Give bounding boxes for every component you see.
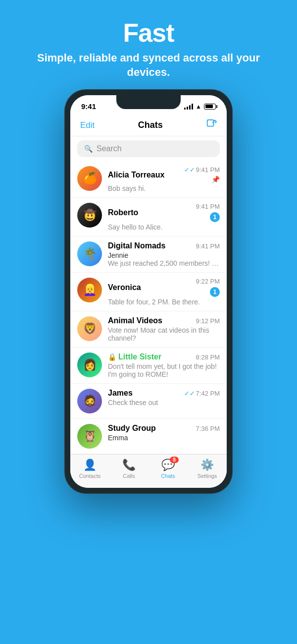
tab-calls[interactable]: 📞 Calls bbox=[109, 459, 148, 479]
battery-icon bbox=[204, 104, 216, 110]
chat-content: 🔒 Little Sister 8:28 PM Don't tell mom y… bbox=[108, 352, 220, 378]
double-check-icon: ✓✓ bbox=[184, 166, 195, 174]
settings-icon: ⚙️ bbox=[200, 459, 214, 471]
search-placeholder: Search bbox=[97, 144, 122, 153]
pin-icon: 📌 bbox=[211, 176, 220, 183]
list-item[interactable]: 🦉 Study Group 7:36 PM Emma bbox=[70, 419, 227, 454]
avatar: 🧔 bbox=[77, 389, 102, 413]
list-item[interactable]: 👩 🔒 Little Sister 8:28 PM Don't tell mom… bbox=[70, 348, 227, 384]
chat-name: Animal Videos bbox=[108, 316, 162, 325]
wifi-icon: ▲ bbox=[196, 103, 201, 110]
chat-preview: Table for four, 2 PM. Be there. bbox=[108, 298, 220, 306]
tab-contacts[interactable]: 👤 Contacts bbox=[70, 459, 109, 479]
unread-badge: 1 bbox=[210, 212, 220, 222]
chat-time: 9:12 PM bbox=[196, 317, 220, 325]
search-container: 🔍 Search bbox=[70, 136, 227, 161]
phone-screen: 9:41 ▲ Edit Chats bbox=[70, 95, 227, 488]
tab-settings[interactable]: ⚙️ Settings bbox=[188, 459, 227, 479]
calls-icon: 📞 bbox=[122, 459, 136, 471]
contacts-icon: 👤 bbox=[83, 459, 97, 471]
avatar: 👱‍♀️ bbox=[77, 278, 102, 302]
list-item[interactable]: 🧔 James ✓✓ 7:42 PM Check these out bbox=[70, 384, 227, 419]
chat-content: Veronica 9:22 PM 1 Table for four, 2 PM.… bbox=[108, 278, 220, 306]
hero-title: Fast bbox=[0, 19, 297, 47]
chat-content: Digital Nomads 9:41 PM Jennie We just re… bbox=[108, 241, 220, 267]
status-icons: ▲ bbox=[184, 103, 216, 110]
tab-calls-label: Calls bbox=[123, 473, 135, 479]
tab-contacts-label: Contacts bbox=[79, 473, 100, 479]
search-bar[interactable]: 🔍 Search bbox=[77, 140, 220, 157]
hero-section: Fast Simple, reliable and synced across … bbox=[0, 0, 297, 89]
list-item[interactable]: 🍊 Alicia Torreaux ✓✓ 9:41 PM 📌 bbox=[70, 161, 227, 198]
chat-name: Little Sister bbox=[118, 352, 161, 361]
chat-meta: 9:22 PM 1 bbox=[196, 278, 220, 297]
chat-name: Roberto bbox=[108, 208, 138, 217]
chat-name: Alicia Torreaux bbox=[108, 171, 164, 179]
list-item[interactable]: 🌴 Digital Nomads 9:41 PM Jennie We just … bbox=[70, 236, 227, 273]
tab-chats-label: Chats bbox=[161, 473, 175, 479]
tab-chats[interactable]: 💬 8 Chats bbox=[148, 459, 188, 479]
search-icon: 🔍 bbox=[84, 145, 93, 153]
lock-icon: 🔒 bbox=[108, 353, 116, 361]
chat-content: Animal Videos 9:12 PM Vote now! Moar cat… bbox=[108, 316, 220, 342]
chat-preview: We just reached 2,500 members! WOO! bbox=[108, 259, 220, 267]
chat-preview: Vote now! Moar cat videos in this channe… bbox=[108, 326, 220, 342]
tab-bar: 👤 Contacts 📞 Calls 💬 8 Chats ⚙️ Se bbox=[70, 454, 227, 488]
phone-frame: 9:41 ▲ Edit Chats bbox=[64, 89, 233, 494]
avatar: 👩 bbox=[77, 352, 102, 377]
double-check-icon: ✓✓ bbox=[184, 390, 195, 397]
avatar: 🌴 bbox=[77, 241, 102, 266]
chat-sender: Jennie bbox=[108, 251, 220, 259]
chat-list: 🍊 Alicia Torreaux ✓✓ 9:41 PM 📌 bbox=[70, 161, 227, 454]
chat-sender: Emma bbox=[108, 434, 220, 442]
chat-content: Roberto 9:41 PM 1 Say hello to Alice. bbox=[108, 203, 220, 231]
signal-icon bbox=[184, 104, 193, 110]
chat-name: Veronica bbox=[108, 283, 141, 292]
compose-icon[interactable] bbox=[206, 118, 217, 132]
chat-time: 9:41 PM bbox=[196, 203, 220, 210]
chat-content: Study Group 7:36 PM Emma bbox=[108, 424, 220, 442]
chats-badge: 8 bbox=[170, 457, 179, 463]
avatar: 🦁 bbox=[77, 316, 102, 341]
list-item[interactable]: 👱‍♀️ Veronica 9:22 PM 1 Table for four, … bbox=[70, 273, 227, 311]
chat-preview: Say hello to Alice. bbox=[108, 223, 220, 231]
chat-time: 8:28 PM bbox=[196, 353, 220, 361]
edit-button[interactable]: Edit bbox=[80, 120, 95, 130]
chat-time: 9:41 PM bbox=[196, 242, 220, 250]
chat-time: 9:22 PM bbox=[196, 278, 220, 285]
chats-badge-wrapper: 💬 8 bbox=[161, 459, 175, 471]
chat-meta: 9:41 PM 1 bbox=[196, 203, 220, 222]
avatar: 🤠 bbox=[77, 203, 102, 228]
chat-time: 7:42 PM bbox=[196, 390, 220, 397]
notch bbox=[116, 95, 181, 109]
avatar: 🍊 bbox=[77, 166, 102, 191]
list-item[interactable]: 🦁 Animal Videos 9:12 PM Vote now! Moar c… bbox=[70, 311, 227, 348]
chat-name-row: 🔒 Little Sister bbox=[108, 352, 161, 361]
hero-subtitle: Simple, reliable and synced across all y… bbox=[0, 51, 297, 79]
avatar: 🦉 bbox=[77, 424, 102, 449]
chat-name: Study Group bbox=[108, 424, 156, 433]
status-time: 9:41 bbox=[81, 102, 96, 111]
chat-time: 9:41 PM bbox=[196, 166, 220, 174]
chat-preview: Don't tell mom yet, but I got the job! I… bbox=[108, 362, 220, 378]
chat-preview: Check these out bbox=[108, 399, 220, 407]
chat-preview: Bob says hi. bbox=[108, 184, 220, 192]
nav-bar: Edit Chats bbox=[70, 114, 227, 136]
nav-title: Chats bbox=[138, 120, 163, 130]
chat-name: James bbox=[108, 389, 133, 398]
chat-content: James ✓✓ 7:42 PM Check these out bbox=[108, 389, 220, 407]
chat-name: Digital Nomads bbox=[108, 241, 165, 250]
chat-content: Alicia Torreaux ✓✓ 9:41 PM 📌 Bob says hi… bbox=[108, 166, 220, 192]
tab-settings-label: Settings bbox=[198, 473, 217, 479]
list-item[interactable]: 🤠 Roberto 9:41 PM 1 Say hello to Alice. bbox=[70, 198, 227, 236]
chat-time: 7:36 PM bbox=[196, 425, 220, 432]
chat-meta: ✓✓ 9:41 PM 📌 bbox=[184, 166, 220, 183]
unread-badge: 1 bbox=[210, 287, 220, 297]
